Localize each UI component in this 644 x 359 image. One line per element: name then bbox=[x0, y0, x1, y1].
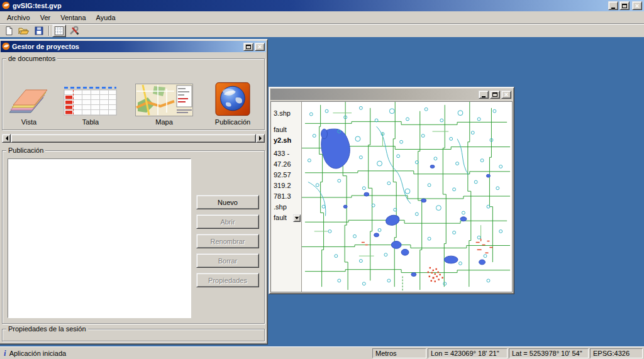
map-view-body: 3.shp fault y2.sh 433 - 47.26 92.57 319.… bbox=[270, 101, 513, 292]
open-project-button[interactable] bbox=[17, 25, 31, 37]
publication-group: Publicación Nuevo Abrir Renombrar Borrar… bbox=[2, 150, 265, 324]
mdi-client-area: × 3.shp fault y2.sh 433 - 47.26 92.57 31… bbox=[0, 37, 644, 346]
doc-type-publicacion[interactable]: Publicación bbox=[203, 82, 263, 126]
toc-item[interactable]: fault bbox=[274, 125, 301, 135]
new-document-icon bbox=[4, 26, 14, 36]
toc-item[interactable]: 781.3 bbox=[274, 192, 301, 201]
layer-panel: 3.shp fault y2.sh 433 - 47.26 92.57 319.… bbox=[271, 102, 302, 292]
preferences-tools-icon bbox=[69, 26, 80, 36]
toc-item[interactable]: 433 - bbox=[274, 149, 301, 158]
table-icon bbox=[64, 86, 118, 116]
toc-item[interactable]: 3.shp bbox=[274, 109, 301, 118]
doc-type-vista[interactable]: Vista bbox=[3, 84, 55, 126]
view-stack-icon bbox=[8, 84, 50, 116]
map-view-titlebar[interactable]: × bbox=[270, 89, 513, 100]
epsg-field[interactable]: EPSG:4326 bbox=[590, 348, 643, 358]
mv-maximize-button[interactable] bbox=[490, 91, 500, 99]
doc-type-tabla-label: Tabla bbox=[82, 118, 99, 126]
scrollbar-thumb[interactable] bbox=[11, 134, 256, 143]
renombrar-button[interactable]: Renombrar bbox=[196, 234, 259, 248]
doc-type-tabla[interactable]: Tabla bbox=[55, 86, 126, 126]
borrar-button[interactable]: Borrar bbox=[196, 253, 259, 268]
gvsig-application: gvSIG:test.gvp × Archivo Ver Ventana Ayu… bbox=[0, 0, 644, 359]
project-manager-title: Gestor de proyectos bbox=[12, 43, 79, 50]
document-types-group: de documentos Vista bbox=[2, 58, 265, 130]
save-project-icon bbox=[34, 26, 44, 36]
status-message: i Aplicación iniciada bbox=[1, 348, 371, 358]
map-view-window: × 3.shp fault y2.sh 433 - 47.26 92.57 31… bbox=[269, 87, 514, 294]
publication-list[interactable] bbox=[8, 158, 191, 318]
menu-item-ventana[interactable]: Ventana bbox=[55, 13, 91, 23]
project-manager-body: de documentos Vista bbox=[0, 52, 267, 344]
abrir-button[interactable]: Abrir bbox=[196, 214, 259, 229]
doc-type-mapa-label: Mapa bbox=[155, 118, 173, 126]
gvsig-logo-icon bbox=[2, 1, 10, 11]
map-icon bbox=[135, 84, 193, 116]
publication-group-label: Publicación bbox=[6, 146, 45, 155]
longitude-field: Lon = 423069° 18' 21" bbox=[428, 348, 508, 358]
scroll-left-button[interactable] bbox=[2, 134, 11, 143]
doc-type-mapa[interactable]: Mapa bbox=[126, 84, 203, 126]
scroll-right-button[interactable] bbox=[256, 134, 265, 143]
project-manager-window: Gestor de proyectos × de documentos bbox=[0, 39, 268, 345]
mv-close-button[interactable]: × bbox=[501, 91, 511, 99]
map-graphic bbox=[302, 102, 512, 292]
units-field: Metros bbox=[372, 348, 426, 358]
menu-item-archivo[interactable]: Archivo bbox=[2, 13, 35, 23]
maximize-button[interactable] bbox=[619, 1, 630, 10]
toolbar-separator bbox=[48, 26, 50, 36]
save-project-button[interactable] bbox=[32, 25, 46, 37]
gvsig-logo-icon bbox=[2, 42, 10, 52]
menu-item-ayuda[interactable]: Ayuda bbox=[91, 13, 121, 23]
toc-item[interactable]: 92.57 bbox=[274, 170, 301, 180]
menubar: Archivo Ver Ventana Ayuda bbox=[0, 11, 644, 23]
project-manager-icon bbox=[54, 26, 64, 36]
app-titlebar[interactable]: gvSIG:test.gvp × bbox=[0, 0, 644, 11]
pm-maximize-button[interactable] bbox=[243, 43, 253, 51]
preferences-button[interactable] bbox=[67, 25, 81, 37]
toc-item[interactable]: 319.2 bbox=[274, 181, 301, 191]
minimize-button[interactable] bbox=[608, 1, 618, 10]
globe-icon bbox=[215, 82, 250, 116]
session-properties-group: Propiedades de la sesión bbox=[2, 329, 265, 341]
toolbar bbox=[0, 23, 644, 37]
project-manager-titlebar[interactable]: Gestor de proyectos × bbox=[1, 41, 266, 52]
toc-item[interactable]: 47.26 bbox=[274, 160, 301, 169]
doc-type-vista-label: Vista bbox=[21, 118, 36, 126]
nuevo-button[interactable]: Nuevo bbox=[196, 195, 259, 209]
latitude-field: Lat = 5253978° 10' 54" bbox=[509, 348, 589, 358]
doc-type-publicacion-label: Publicación bbox=[215, 118, 250, 126]
app-title: gvSIG:test.gvp bbox=[13, 2, 62, 9]
close-button[interactable]: × bbox=[632, 1, 642, 10]
statusbar: i Aplicación iniciada Metros Lon = 42306… bbox=[0, 346, 644, 359]
document-types-label: de documentos bbox=[6, 54, 57, 63]
map-canvas[interactable] bbox=[302, 102, 512, 292]
toc-item[interactable]: .shp bbox=[274, 202, 301, 212]
mv-minimize-button[interactable] bbox=[479, 91, 489, 99]
session-properties-label: Propiedades de la sesión bbox=[6, 324, 88, 333]
info-icon: i bbox=[4, 348, 6, 358]
new-document-button[interactable] bbox=[2, 25, 16, 37]
legend-combo-arrow[interactable] bbox=[293, 214, 301, 222]
doc-types-scrollbar bbox=[2, 134, 265, 143]
open-project-icon bbox=[18, 26, 30, 36]
toc-item[interactable]: y2.sh bbox=[274, 136, 301, 145]
propiedades-button[interactable]: Propiedades bbox=[196, 273, 259, 287]
project-manager-button[interactable] bbox=[52, 25, 66, 37]
status-message-text: Aplicación iniciada bbox=[9, 350, 67, 357]
toc-item[interactable]: fault bbox=[274, 213, 287, 223]
menu-item-ver[interactable]: Ver bbox=[35, 13, 56, 23]
pm-close-button[interactable]: × bbox=[255, 43, 265, 51]
